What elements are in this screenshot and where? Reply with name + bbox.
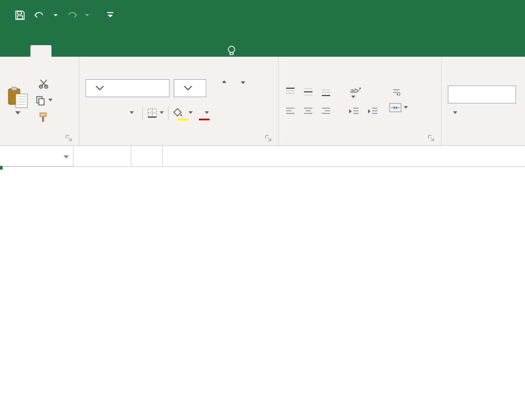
svg-rect-15 bbox=[39, 99, 44, 105]
paste-dropdown-icon[interactable] bbox=[15, 111, 20, 115]
merge-center-button[interactable] bbox=[389, 103, 408, 112]
fill-dropdown-icon[interactable] bbox=[188, 111, 193, 115]
ribbon-tabs bbox=[0, 30, 525, 57]
font-size-select[interactable] bbox=[174, 79, 206, 97]
tab-home[interactable] bbox=[30, 45, 51, 57]
formula-bar bbox=[0, 146, 525, 167]
tab-data[interactable] bbox=[123, 45, 144, 57]
redo-dropdown-icon bbox=[85, 13, 89, 17]
formula-tools bbox=[74, 146, 131, 166]
undo-dropdown-icon[interactable] bbox=[54, 13, 58, 17]
ribbon: ab bbox=[0, 57, 525, 146]
qat-customize-button[interactable] bbox=[104, 9, 117, 22]
svg-rect-17 bbox=[42, 117, 44, 122]
decrease-font-icon[interactable] bbox=[229, 80, 244, 97]
alignment-launcher-icon[interactable] bbox=[427, 134, 435, 141]
underline-button[interactable] bbox=[123, 104, 138, 121]
font-name-select[interactable] bbox=[86, 79, 170, 97]
align-top-icon[interactable] bbox=[285, 87, 296, 97]
undo-button[interactable] bbox=[34, 9, 46, 22]
group-alignment: ab bbox=[278, 57, 441, 145]
svg-point-3 bbox=[228, 46, 235, 52]
svg-rect-6 bbox=[12, 87, 17, 90]
align-bottom-icon[interactable] bbox=[321, 87, 331, 97]
svg-rect-2 bbox=[107, 12, 113, 13]
title-bar bbox=[0, 0, 525, 30]
svg-rect-4 bbox=[230, 52, 233, 55]
name-box[interactable] bbox=[0, 146, 74, 166]
underline-dropdown-icon[interactable] bbox=[130, 111, 134, 115]
currency-dropdown-icon[interactable] bbox=[453, 111, 457, 115]
decrease-indent-icon[interactable] bbox=[348, 107, 360, 116]
bold-button[interactable] bbox=[86, 104, 100, 121]
font-launcher-icon[interactable] bbox=[265, 134, 272, 141]
tab-page-layout[interactable] bbox=[77, 45, 98, 57]
save-icon[interactable] bbox=[14, 9, 26, 22]
align-left-icon[interactable] bbox=[285, 107, 296, 116]
insert-function-button[interactable] bbox=[131, 146, 163, 166]
italic-button[interactable] bbox=[104, 104, 119, 121]
increase-indent-icon[interactable] bbox=[367, 107, 379, 116]
group-number bbox=[441, 57, 525, 145]
group-clipboard bbox=[0, 57, 79, 145]
tab-review[interactable] bbox=[146, 45, 167, 57]
orientation-icon[interactable]: ab bbox=[350, 85, 362, 99]
font-color-button[interactable] bbox=[197, 104, 212, 121]
fontcolor-dropdown-icon[interactable] bbox=[205, 111, 209, 115]
redo-button bbox=[65, 9, 78, 22]
tab-view[interactable] bbox=[169, 45, 190, 57]
svg-rect-0 bbox=[17, 12, 22, 14]
quick-access-toolbar bbox=[0, 0, 117, 30]
tab-insert[interactable] bbox=[54, 45, 75, 57]
wrap-text-button[interactable] bbox=[389, 88, 408, 96]
paste-icon[interactable] bbox=[6, 86, 29, 109]
format-painter-icon[interactable] bbox=[38, 111, 49, 123]
tab-help[interactable] bbox=[192, 45, 213, 57]
borders-dropdown-icon[interactable] bbox=[160, 111, 164, 115]
svg-rect-1 bbox=[17, 16, 23, 19]
increase-font-icon[interactable] bbox=[211, 80, 225, 97]
svg-rect-7 bbox=[16, 94, 27, 108]
borders-button[interactable] bbox=[147, 104, 164, 121]
svg-rect-16 bbox=[40, 113, 46, 117]
svg-text:ab: ab bbox=[350, 87, 358, 94]
align-right-icon[interactable] bbox=[321, 107, 331, 116]
align-middle-icon[interactable] bbox=[303, 87, 313, 97]
copy-dropdown-icon[interactable] bbox=[48, 98, 52, 102]
clipboard-launcher-icon[interactable] bbox=[65, 134, 72, 141]
tell-me-icon[interactable] bbox=[226, 45, 237, 57]
fill-color-button[interactable] bbox=[173, 104, 193, 121]
align-center-icon[interactable] bbox=[303, 107, 313, 116]
formula-input[interactable] bbox=[163, 146, 525, 166]
group-font bbox=[79, 57, 278, 145]
number-format-select[interactable] bbox=[448, 86, 516, 103]
copy-icon[interactable] bbox=[35, 94, 46, 106]
cut-icon[interactable] bbox=[38, 78, 49, 89]
tab-formulas[interactable] bbox=[100, 45, 121, 57]
tab-file[interactable] bbox=[13, 45, 28, 57]
